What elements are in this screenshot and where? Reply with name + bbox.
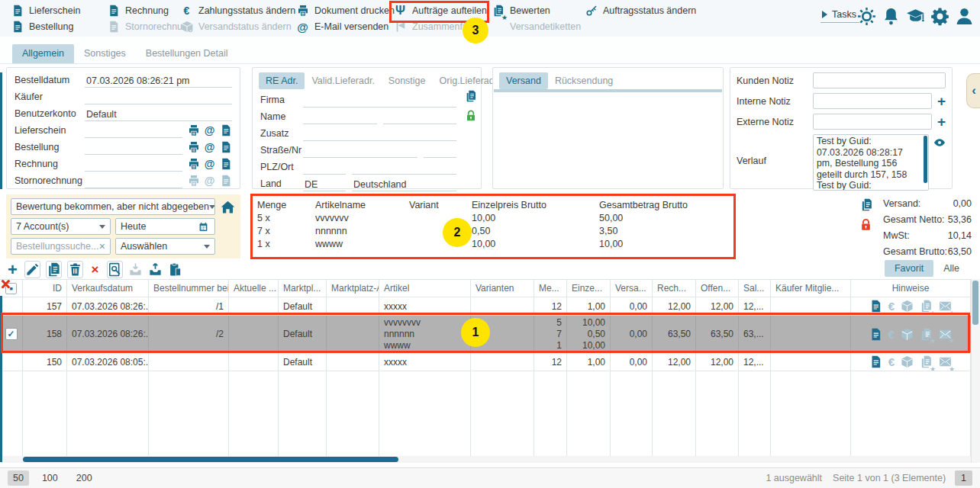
export-icon[interactable]	[148, 262, 163, 278]
strasse-input[interactable]	[303, 143, 417, 158]
name-input-1[interactable]	[303, 110, 377, 124]
copy-row-icon[interactable]	[46, 261, 62, 278]
page-size-100[interactable]: 100	[37, 470, 63, 486]
add-externe-notiz-icon[interactable]: +	[937, 114, 946, 129]
academy-graduation-cap-icon[interactable]	[906, 6, 925, 26]
payment-euro-icon[interactable]: €	[888, 300, 895, 313]
colheader-einzelpreis[interactable]: Einze...	[567, 280, 611, 297]
shipping-package-icon[interactable]	[901, 355, 914, 369]
firma-input[interactable]	[303, 93, 456, 108]
home-icon[interactable]	[220, 198, 236, 215]
row-checkbox-cell[interactable]	[0, 353, 23, 371]
account-person-icon[interactable]	[955, 6, 974, 26]
tab-valid-lieferadr[interactable]: Valid.Lieferadr.	[305, 72, 381, 89]
email-at-icon[interactable]: @	[203, 158, 216, 170]
settings-gear-icon[interactable]	[930, 6, 949, 26]
copy-address-icon[interactable]	[464, 89, 477, 102]
bestelldatum-input[interactable]: 07.03.2026 08:26:21 pm	[85, 73, 232, 88]
colheader-saldo[interactable]: Sal...	[739, 280, 771, 297]
land-name-input[interactable]: Deutschland	[352, 177, 456, 191]
vertical-scrollbar-thumb[interactable]	[972, 281, 978, 325]
name-input-2[interactable]	[383, 110, 457, 124]
lieferschein-input[interactable]	[85, 124, 182, 138]
interne-notiz-input[interactable]	[813, 93, 932, 109]
doc-star-icon[interactable]	[920, 300, 933, 313]
verlauf-textarea[interactable]: Test by Guid: 07.03.2026 08:28:17 pm, Be…	[813, 134, 929, 191]
mail-star-icon[interactable]	[939, 355, 952, 369]
hausnr-input[interactable]	[424, 143, 456, 158]
colheader-versand[interactable]: Versa...	[611, 280, 653, 297]
externe-notiz-input[interactable]	[813, 114, 932, 130]
stornorechnung-input[interactable]	[85, 174, 182, 188]
document-icon[interactable]	[219, 141, 232, 153]
auswaehlen-select[interactable]: Auswählen	[115, 238, 215, 255]
tab-bestellungen-detail[interactable]: Bestellungen Detail	[136, 44, 238, 63]
land-code-input[interactable]: DE	[303, 177, 346, 191]
toolbar-auftraege-aufteilen[interactable]: Ψ Aufträge aufteilen	[394, 3, 487, 18]
row-checkbox-cell[interactable]: ✓	[0, 316, 23, 352]
colheader-varianten[interactable]: Varianten	[471, 280, 534, 297]
document-icon[interactable]	[219, 124, 232, 136]
print-icon[interactable]	[187, 158, 200, 170]
tab-ruecksendung[interactable]: Rücksendung	[548, 72, 620, 89]
toolbar-dokument-drucken[interactable]: Dokument drucken	[296, 3, 395, 18]
shipping-package-icon[interactable]	[901, 327, 914, 341]
colheader-bestellnummer[interactable]: Bestellnummer bei...	[149, 280, 229, 297]
check-icon[interactable]: ✓	[5, 328, 18, 340]
toolbar-lieferschein[interactable]: Lieferschein	[11, 3, 80, 18]
doc-crossed-icon[interactable]	[869, 300, 882, 313]
email-at-icon[interactable]: @	[203, 141, 216, 153]
zusatz-input[interactable]	[303, 127, 456, 141]
tab-re-adr[interactable]: RE Adr.	[259, 72, 305, 89]
calendar-icon[interactable]	[197, 221, 210, 232]
edit-pencil-icon[interactable]	[24, 261, 40, 278]
row-checkbox-cell[interactable]	[0, 297, 23, 315]
payment-euro-icon[interactable]: €	[888, 328, 895, 341]
tab-sonstiges[interactable]: Sonstiges	[74, 44, 136, 63]
table-row-157[interactable]: 157 07.03.2026 08:26:... /1 Default xxxx…	[0, 297, 971, 316]
horizontal-scrollbar-thumb[interactable]	[23, 457, 398, 462]
eye-icon[interactable]	[933, 136, 946, 149]
delete-x-icon[interactable]: ×	[89, 262, 102, 278]
mail-star-icon[interactable]	[939, 300, 952, 313]
bewertung-filter-select[interactable]: Bewertung bekommen, aber nicht abgegeben	[11, 198, 215, 215]
colheader-rechnung[interactable]: Rech...	[653, 280, 696, 297]
print-icon[interactable]	[187, 124, 200, 136]
tasks-button[interactable]: Tasks	[820, 9, 859, 23]
page-size-50[interactable]: 50	[8, 470, 29, 486]
doc-crossed-icon[interactable]	[869, 327, 882, 341]
kaeufer-input[interactable]	[85, 90, 232, 104]
view-favorit[interactable]: Favorit	[885, 260, 933, 277]
print-icon[interactable]	[187, 141, 200, 153]
toolbar-email-versenden[interactable]: @ E-Mail versenden	[296, 19, 395, 34]
doc-star-icon[interactable]	[920, 355, 933, 369]
colheader-artikel[interactable]: Artikel	[379, 280, 471, 297]
colheader-hinweise[interactable]: Hinweise	[851, 280, 971, 297]
tab-allgemein[interactable]: Allgemein	[12, 44, 74, 63]
doc-crossed-icon[interactable]	[869, 355, 882, 369]
table-row-150[interactable]: 150 07.03.2026 08:05:... Default xxxxx 1…	[0, 353, 971, 371]
colheader-verkaufsdatum[interactable]: Verkaufsdatum	[67, 280, 149, 297]
add-interne-notiz-icon[interactable]: +	[937, 94, 946, 108]
kunden-notiz-input[interactable]	[813, 72, 946, 88]
shipping-package-icon[interactable]	[901, 300, 914, 313]
tab-sonstige[interactable]: Sonstige	[382, 72, 433, 89]
colheader-marktplatz-a[interactable]: Marktplatz-A...	[327, 280, 379, 297]
brightness-settings-icon[interactable]	[857, 6, 876, 26]
toolbar-auftragsstatus[interactable]: Auftragsstatus ändern	[585, 3, 696, 18]
colheader-aktuelle[interactable]: Aktuelle ...	[229, 280, 279, 297]
collapse-panel-handle[interactable]: ‹	[966, 73, 980, 108]
benutzerkonto-input[interactable]: Default	[85, 107, 232, 121]
toolbar-bestellung[interactable]: Bestellung	[11, 19, 80, 34]
payment-euro-icon[interactable]: €	[888, 355, 895, 368]
colheader-menge[interactable]: Me...	[534, 280, 567, 297]
bestellung-input[interactable]	[85, 140, 182, 155]
clear-x-icon[interactable]: ×	[99, 240, 105, 252]
tab-versand[interactable]: Versand	[499, 72, 548, 89]
date-filter-input[interactable]: Heute	[115, 218, 215, 235]
paste-clipboard-icon[interactable]	[168, 262, 182, 278]
page-1-button[interactable]: 1	[955, 470, 972, 486]
totals-lock-icon[interactable]	[859, 218, 872, 231]
colheader-id[interactable]: ID	[23, 280, 67, 297]
lock-icon[interactable]	[464, 109, 477, 122]
